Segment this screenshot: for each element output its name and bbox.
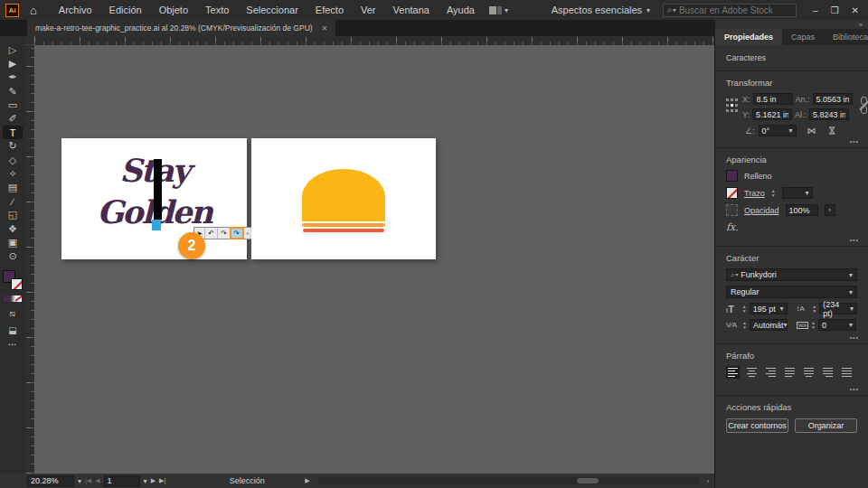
first-artboard-icon[interactable]: |◀ bbox=[85, 477, 91, 484]
font-size-stepper[interactable]: ▲▼ bbox=[742, 305, 747, 314]
kerning-combo[interactable]: Automát ▾ bbox=[750, 319, 788, 331]
tab-bibliotecas[interactable]: Bibliotecas bbox=[824, 29, 868, 45]
toolbar-more-icon[interactable]: ••• bbox=[8, 342, 16, 347]
direct-selection-tool[interactable]: ▶ bbox=[3, 57, 23, 70]
chevron-down-icon[interactable]: ▾ bbox=[78, 477, 81, 485]
menu-texto[interactable]: Texto bbox=[205, 5, 229, 15]
align-right-button[interactable] bbox=[764, 366, 778, 379]
menu-ventana[interactable]: Ventana bbox=[393, 5, 429, 15]
y-input[interactable] bbox=[752, 108, 792, 120]
angle-combo[interactable]: 0° ▾ bbox=[759, 125, 797, 136]
scale-tool[interactable]: ◇ bbox=[3, 154, 23, 167]
search-input[interactable] bbox=[679, 5, 778, 15]
artboard-1[interactable]: Stay Golden ➤ ↶ ↷ ↷ › 2 bbox=[61, 138, 247, 259]
menu-seleccionar[interactable]: Seleccionar bbox=[246, 5, 297, 15]
text-cursor-handle[interactable] bbox=[152, 220, 161, 230]
stroke-swatch-none[interactable] bbox=[11, 278, 23, 290]
opacity-expand-icon[interactable]: › bbox=[825, 204, 835, 216]
fx-effects-icon[interactable]: fx. bbox=[726, 221, 739, 233]
artboard-number-input[interactable] bbox=[104, 475, 140, 487]
eyedropper-tool[interactable]: ∕ bbox=[3, 194, 23, 208]
horizontal-scrollbar[interactable] bbox=[317, 477, 700, 484]
scrollbar-thumb[interactable] bbox=[577, 478, 599, 483]
gradient-tool[interactable]: ▤ bbox=[3, 181, 23, 194]
mini-expand-icon[interactable]: › bbox=[243, 228, 251, 239]
appearance-more-icon[interactable]: ••• bbox=[850, 237, 859, 243]
menu-ver[interactable]: Ver bbox=[361, 5, 376, 15]
opacity-label[interactable]: Opacidad bbox=[744, 206, 779, 215]
minimize-button[interactable]: – bbox=[813, 5, 818, 15]
maximize-button[interactable]: ❐ bbox=[831, 5, 839, 15]
selection-tool[interactable]: ▷ bbox=[3, 43, 23, 57]
create-outlines-button[interactable]: Crear contornos bbox=[726, 418, 788, 433]
shape-builder-tool[interactable]: ◱ bbox=[3, 208, 23, 221]
type-tool[interactable]: T bbox=[3, 126, 23, 139]
pen-tool[interactable]: ✒ bbox=[3, 70, 23, 84]
fill-color-swatch[interactable] bbox=[726, 170, 738, 182]
tab-propiedades[interactable]: Propiedades bbox=[715, 29, 782, 45]
color-mode-bar[interactable] bbox=[4, 296, 22, 302]
tab-close-icon[interactable]: ✕ bbox=[322, 24, 328, 33]
stroke-weight-stepper[interactable]: ▲▼ bbox=[771, 189, 776, 198]
font-family-combo[interactable]: ⌕▾ Funkydori ▾ bbox=[726, 268, 857, 281]
arrange-documents-icon[interactable]: ▾ bbox=[489, 6, 508, 14]
previous-artboard-icon[interactable]: ◀ bbox=[95, 477, 99, 484]
mini-anchor-icon-1[interactable]: ↶ bbox=[205, 228, 218, 239]
close-button[interactable]: ✕ bbox=[852, 5, 859, 15]
font-style-combo[interactable]: Regular ▾ bbox=[726, 286, 857, 298]
zoom-tool[interactable]: ⊙ bbox=[3, 249, 23, 263]
document-tab[interactable]: make-a-retro-tee-graphic_practice.ai al … bbox=[27, 20, 335, 36]
stroke-color-swatch[interactable] bbox=[726, 187, 738, 199]
stroke-label[interactable]: Trazo bbox=[744, 189, 765, 198]
tracking-combo[interactable]: 0 ▾ bbox=[818, 319, 856, 331]
paintbrush-tool[interactable]: ✐ bbox=[3, 112, 23, 126]
tab-capas[interactable]: Capas bbox=[782, 29, 824, 45]
paragraph-more-icon[interactable]: ••• bbox=[850, 386, 859, 392]
status-expand-icon[interactable]: ▶ bbox=[305, 477, 309, 484]
menu-edicion[interactable]: Edición bbox=[109, 5, 142, 15]
flip-vertical-icon[interactable]: ⋈ bbox=[826, 127, 836, 136]
rotate-tool[interactable]: ↻ bbox=[3, 139, 23, 153]
width-tool[interactable]: ✧ bbox=[3, 167, 23, 181]
tracking-stepper[interactable]: ▲▼ bbox=[811, 321, 816, 330]
rectangle-tool[interactable]: ▭ bbox=[3, 99, 23, 112]
menu-ayuda[interactable]: Ayuda bbox=[447, 5, 475, 15]
justify-left-button[interactable] bbox=[783, 366, 797, 379]
last-artboard-icon[interactable]: ▶| bbox=[159, 477, 165, 484]
menu-objeto[interactable]: Objeto bbox=[159, 5, 188, 15]
curvature-tool[interactable]: ✎ bbox=[3, 85, 23, 99]
kerning-stepper[interactable]: ▲▼ bbox=[742, 321, 747, 330]
retro-sun-graphic[interactable] bbox=[302, 169, 385, 232]
arrange-button[interactable]: Organizar bbox=[795, 418, 857, 433]
artboard-2[interactable] bbox=[251, 138, 436, 259]
justify-center-button[interactable] bbox=[802, 366, 816, 379]
screen-mode-icon[interactable]: ⬓ bbox=[8, 325, 16, 335]
reference-point-locator[interactable] bbox=[726, 99, 738, 113]
leading-stepper[interactable]: ▲▼ bbox=[812, 305, 816, 314]
height-input[interactable] bbox=[809, 108, 849, 120]
canvas[interactable]: Stay Golden ➤ ↶ ↷ ↷ › 2 bbox=[25, 36, 714, 474]
scroll-right-icon[interactable]: › bbox=[707, 478, 709, 484]
mini-anchor-icon-highlighted[interactable]: ↷ bbox=[231, 228, 243, 239]
zoom-level-input[interactable] bbox=[27, 475, 74, 487]
justify-right-button[interactable] bbox=[821, 366, 835, 379]
opacity-input[interactable] bbox=[786, 204, 818, 216]
leading-combo[interactable]: (234 pt) ▾ bbox=[819, 303, 857, 314]
justify-all-button[interactable] bbox=[840, 366, 854, 379]
panel-collapse-icon[interactable]: » bbox=[859, 21, 863, 29]
align-left-button[interactable] bbox=[726, 366, 740, 379]
flip-horizontal-icon[interactable]: ⋈ bbox=[807, 126, 816, 136]
stroke-weight-combo[interactable]: ▾ bbox=[782, 187, 813, 199]
font-size-combo[interactable]: 195 pt ▾ bbox=[750, 303, 788, 314]
home-icon[interactable]: ⌂ bbox=[30, 4, 37, 17]
width-input[interactable] bbox=[813, 93, 853, 105]
x-input[interactable] bbox=[753, 93, 793, 105]
mini-anchor-icon-2[interactable]: ↷ bbox=[218, 228, 231, 239]
character-more-icon[interactable]: ••• bbox=[850, 334, 859, 341]
symbol-sprayer-tool[interactable]: ❖ bbox=[3, 221, 23, 235]
align-center-button[interactable] bbox=[745, 366, 759, 379]
transform-more-icon[interactable]: ••• bbox=[850, 138, 859, 145]
fill-stroke-proxy[interactable] bbox=[3, 270, 23, 290]
menu-efecto[interactable]: Efecto bbox=[316, 5, 344, 15]
draw-mode-icon[interactable]: ⧅ bbox=[10, 308, 15, 319]
